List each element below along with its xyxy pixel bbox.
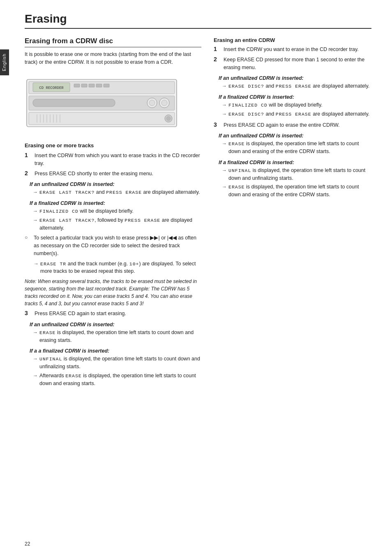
svg-text:CD RECORDER: CD RECORDER: [39, 86, 64, 90]
right-arrow-icon-1: →: [222, 82, 227, 90]
svg-rect-15: [29, 112, 175, 125]
step-1-text: Insert the CDRW from which you want to e…: [35, 152, 201, 167]
step-num-3: 3: [25, 310, 31, 318]
right-unfinalized-heading-2: If an unfinalized CDRW is inserted:: [219, 133, 371, 139]
left-finalized-arrow-2a: → UNFINAL is displayed, the operation ti…: [33, 355, 201, 371]
left-finalized-arrow-text-1a: FINALIZED CD will be displayed briefly.: [39, 207, 134, 215]
bullet-arrow-text: ERASE TR and the track number (e.g. 10+)…: [40, 260, 201, 276]
right-finalized-arrow-1a: → FINALIZED CD will be displayed briefly…: [222, 101, 371, 109]
right-arrow-icon-3: →: [222, 110, 227, 118]
page-number: 22: [25, 541, 30, 547]
bullet-track-select-text: To select a particular track you wish to…: [34, 234, 201, 257]
right-finalized-arrow-text-2b: ERASE is displayed, the operation time l…: [228, 183, 371, 199]
step-2-text: Press ERASE CD shortly to enter the eras…: [35, 170, 201, 178]
right-unfinalized-heading-1: If an unfinalized CDRW is inserted:: [219, 75, 371, 81]
svg-rect-7: [96, 84, 102, 87]
bullet-arrow-item: → ERASE TR and the track number (e.g. 10…: [34, 260, 201, 276]
right-finalized-arrow-text-1b: ERASE DISC? and PRESS ERASE are displaye…: [228, 110, 369, 118]
note-italic: Note: When erasing several tracks, the t…: [25, 279, 197, 307]
right-finalized-heading-2: If a finalized CDRW is inserted:: [219, 160, 371, 165]
arrow-icon-6: →: [33, 355, 38, 371]
right-arrow-icon-4: →: [222, 140, 227, 156]
page-title: Erasing: [25, 12, 371, 29]
subsection1-heading: Erasing one or more tracks: [25, 142, 201, 150]
step-num-2: 2: [25, 170, 31, 178]
right-step-num-2: 2: [214, 56, 220, 72]
side-tab-label: English: [2, 53, 7, 71]
arrow-icon-1: →: [33, 188, 38, 196]
right-column: Erasing an entire CDRW 1 Insert the CDRW…: [214, 37, 371, 388]
bullet-circle-icon: ○: [25, 235, 30, 257]
right-finalized-arrow-1b: → ERASE DISC? and PRESS ERASE are displa…: [222, 110, 371, 118]
svg-rect-4: [74, 84, 80, 87]
right-finalized-arrow-text-1a: FINALIZED CD will be displayed briefly.: [228, 101, 323, 109]
right-step-3-text: Press ERASE CD again to erase the entire…: [224, 121, 371, 129]
right-unfinalized-arrow-text-2: ERASE is displayed, the operation time l…: [228, 140, 371, 156]
step-3-text: Press ERASE CD again to start erasing.: [35, 310, 201, 318]
left-unfinalized-block-2: If an unfinalized CDRW is inserted: → ER…: [30, 322, 201, 388]
left-finalized-arrow-1a: → FINALIZED CD will be displayed briefly…: [33, 207, 201, 215]
right-finalized-heading-1: If a finalized CDRW is inserted:: [219, 94, 371, 100]
left-step-3: 3 Press ERASE CD again to start erasing.: [25, 310, 201, 318]
left-unfinalized-arrow-2: → ERASE is displayed, the operation time…: [33, 329, 201, 344]
left-finalized-arrow-text-2a: UNFINAL is displayed, the operation time…: [39, 355, 201, 371]
left-unfinalized-arrow-1: → ERASE LAST TRACK? and PRESS ERASE are …: [33, 188, 201, 196]
main-content: Erasing from a CDRW disc It is possible …: [25, 37, 371, 388]
right-section-title: Erasing an entire CDRW: [214, 37, 371, 43]
right-unfinalized-arrow-2: → ERASE is displayed, the operation time…: [222, 140, 371, 156]
right-unfinalized-arrow-1: → ERASE DISC? and PRESS ERASE are displa…: [222, 82, 371, 90]
left-finalized-arrow-1b: → ERASE LAST TRACK?, followed by PRESS E…: [33, 216, 201, 232]
svg-point-14: [161, 100, 167, 106]
left-unfinalized-heading-2: If an unfinalized CDRW is inserted:: [30, 322, 201, 327]
svg-rect-8: [104, 84, 109, 87]
right-step-3: 3 Press ERASE CD again to erase the enti…: [214, 121, 371, 129]
cd-recorder-svg: CD RECORDER: [25, 71, 181, 135]
intro-text: It is possible to erase one or more trac…: [25, 51, 201, 66]
right-finalized-arrow-text-2a: UNFINAL is displayed, the operation time…: [228, 167, 371, 182]
right-step-2-text: Keep ERASE CD pressed for more than 1 se…: [224, 56, 371, 72]
subsection1-heading-row: Erasing one or more tracks: [25, 142, 201, 150]
right-unfinalized-block-1: If an unfinalized CDRW is inserted: → ER…: [219, 75, 371, 118]
left-unfinalized-arrow-text-1: ERASE LAST TRACK? and PRESS ERASE are di…: [39, 188, 200, 196]
arrow-icon-4: →: [34, 260, 39, 276]
right-unfinalized-arrow-text-1: ERASE DISC? and PRESS ERASE are displaye…: [228, 82, 369, 90]
right-step-1: 1 Insert the CDRW you want to erase in t…: [214, 46, 371, 53]
arrow-icon-5: →: [33, 329, 38, 344]
left-finalized-heading-2: If a a finalized CDRW is inserted:: [30, 348, 201, 354]
svg-rect-10: [33, 99, 115, 107]
cd-recorder-illustration: CD RECORDER: [25, 71, 181, 135]
svg-rect-5: [81, 84, 87, 87]
left-finalized-arrow-2b: → Afterwards ERASE is displayed, the ope…: [33, 372, 201, 388]
svg-rect-6: [89, 84, 95, 87]
arrow-icon-2: →: [33, 207, 38, 215]
right-arrow-icon-2: →: [222, 101, 227, 109]
right-step-num-3: 3: [214, 121, 220, 129]
step-num-1: 1: [25, 152, 31, 167]
note-text: Note: When erasing several tracks, the t…: [25, 278, 201, 307]
right-step-num-1: 1: [214, 46, 220, 53]
svg-point-12: [149, 100, 155, 106]
left-unfinalized-block-1: If an unfinalized CDRW is inserted: → ER…: [30, 181, 201, 232]
left-section-title: Erasing from a CDRW disc: [25, 37, 201, 47]
left-unfinalized-arrow-text-2: ERASE is displayed, the operation time l…: [39, 329, 201, 344]
right-step-1-text: Insert the CDRW you want to erase in the…: [224, 46, 371, 53]
bullet-track-select: ○ To select a particular track you wish …: [25, 234, 201, 257]
right-unfinalized-block-2: If an unfinalized CDRW is inserted: → ER…: [219, 133, 371, 199]
svg-point-25: [166, 116, 171, 121]
arrow-icon-7: →: [33, 372, 38, 388]
left-finalized-arrow-text-1b: ERASE LAST TRACK?, followed by PRESS ERA…: [39, 216, 201, 232]
arrow-icon-3: →: [33, 216, 38, 232]
right-finalized-arrow-2b: → ERASE is displayed, the operation time…: [222, 183, 371, 199]
left-unfinalized-heading-1: If an unfinalized CDRW is inserted:: [30, 181, 201, 187]
right-arrow-icon-6: →: [222, 183, 227, 199]
side-tab: English: [0, 49, 9, 75]
right-arrow-icon-5: →: [222, 167, 227, 182]
left-step-1: 1 Insert the CDRW from which you want to…: [25, 152, 201, 167]
left-step-2: 2 Press ERASE CD shortly to enter the er…: [25, 170, 201, 178]
left-finalized-heading-1: If a finalized CDRW is inserted:: [30, 200, 201, 206]
left-finalized-arrow-text-2b: Afterwards ERASE is displayed, the opera…: [39, 372, 201, 388]
left-column: Erasing from a CDRW disc It is possible …: [25, 37, 201, 388]
right-finalized-arrow-2a: → UNFINAL is displayed, the operation ti…: [222, 167, 371, 182]
page-wrapper: English Erasing Erasing from a CDRW disc…: [0, 0, 392, 555]
right-step-2: 2 Keep ERASE CD pressed for more than 1 …: [214, 56, 371, 72]
